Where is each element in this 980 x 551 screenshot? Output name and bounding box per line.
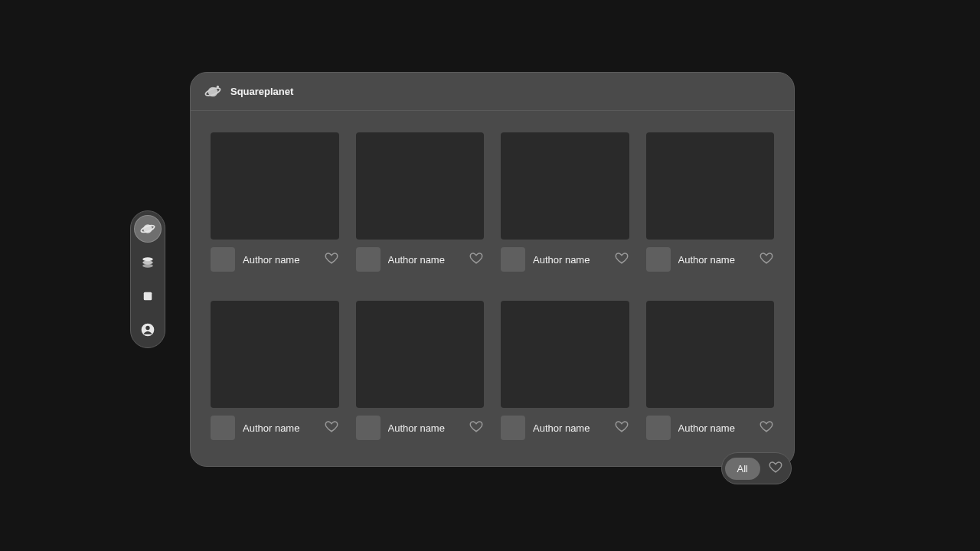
layers-icon bbox=[140, 255, 155, 270]
avatar[interactable] bbox=[211, 247, 235, 272]
avatar[interactable] bbox=[356, 247, 381, 272]
card[interactable]: Author name bbox=[646, 132, 775, 272]
dock-item-apps[interactable] bbox=[135, 283, 161, 309]
favorite-button[interactable] bbox=[614, 420, 629, 435]
favorite-button[interactable] bbox=[759, 252, 774, 267]
card-thumbnail[interactable] bbox=[501, 132, 629, 240]
favorite-button[interactable] bbox=[614, 252, 629, 267]
avatar[interactable] bbox=[646, 247, 671, 272]
filter-pill: All bbox=[721, 452, 792, 484]
favorite-button[interactable] bbox=[759, 420, 774, 435]
dock-item-home[interactable] bbox=[135, 216, 161, 242]
author-label: Author name bbox=[243, 254, 316, 266]
dock-item-layers[interactable] bbox=[135, 249, 161, 276]
favorite-button[interactable] bbox=[469, 420, 484, 435]
avatar[interactable] bbox=[501, 247, 525, 272]
card-thumbnail[interactable] bbox=[646, 301, 775, 408]
heart-icon bbox=[325, 251, 338, 268]
main-panel: Squareplanet Author name bbox=[190, 72, 795, 467]
card-grid: Author name Author name bbox=[211, 132, 774, 440]
card-meta: Author name bbox=[356, 416, 485, 440]
square-icon bbox=[141, 289, 155, 303]
heart-icon bbox=[615, 251, 629, 268]
author-label: Author name bbox=[533, 422, 606, 434]
avatar[interactable] bbox=[211, 416, 235, 440]
svg-point-10 bbox=[217, 86, 219, 87]
author-label: Author name bbox=[678, 254, 752, 266]
heart-icon bbox=[615, 419, 629, 436]
card-thumbnail[interactable] bbox=[356, 132, 485, 240]
card-thumbnail[interactable] bbox=[501, 301, 629, 408]
heart-icon bbox=[469, 251, 483, 268]
card-thumbnail[interactable] bbox=[211, 301, 339, 408]
card-meta: Author name bbox=[501, 247, 629, 272]
card[interactable]: Author name bbox=[501, 301, 629, 440]
avatar[interactable] bbox=[501, 416, 525, 440]
card-meta: Author name bbox=[211, 416, 339, 440]
card-meta: Author name bbox=[646, 247, 775, 272]
panel-title: Squareplanet bbox=[230, 86, 293, 97]
heart-icon bbox=[760, 419, 773, 436]
favorite-button[interactable] bbox=[469, 252, 484, 267]
card-meta: Author name bbox=[356, 247, 485, 272]
favorite-button[interactable] bbox=[324, 420, 339, 435]
avatar[interactable] bbox=[646, 416, 671, 440]
card-thumbnail[interactable] bbox=[356, 301, 485, 408]
planet-icon bbox=[204, 83, 221, 100]
author-label: Author name bbox=[533, 254, 606, 266]
svg-point-7 bbox=[145, 326, 149, 330]
card[interactable]: Author name bbox=[211, 132, 339, 272]
panel-header: Squareplanet bbox=[191, 73, 794, 111]
heart-icon bbox=[325, 419, 338, 436]
svg-rect-5 bbox=[144, 292, 152, 301]
panel-body: Author name Author name bbox=[191, 111, 794, 466]
svg-point-4 bbox=[142, 264, 152, 268]
card-meta: Author name bbox=[501, 416, 629, 440]
planet-icon bbox=[140, 221, 155, 236]
card[interactable]: Author name bbox=[356, 132, 485, 272]
dock-item-profile[interactable] bbox=[135, 317, 161, 343]
card-meta: Author name bbox=[211, 247, 339, 272]
heart-icon bbox=[760, 251, 773, 268]
card[interactable]: Author name bbox=[501, 132, 629, 272]
author-label: Author name bbox=[678, 422, 752, 434]
heart-icon bbox=[469, 419, 483, 436]
heart-icon bbox=[769, 460, 782, 477]
sidebar-dock bbox=[130, 210, 165, 348]
avatar[interactable] bbox=[356, 416, 381, 440]
card[interactable]: Author name bbox=[356, 301, 485, 440]
favorite-button[interactable] bbox=[324, 252, 339, 267]
user-icon bbox=[140, 322, 155, 337]
card[interactable]: Author name bbox=[646, 301, 775, 440]
filter-favorites-button[interactable] bbox=[768, 461, 783, 476]
card-thumbnail[interactable] bbox=[646, 132, 775, 240]
author-label: Author name bbox=[243, 422, 316, 434]
card[interactable]: Author name bbox=[211, 301, 339, 440]
author-label: Author name bbox=[388, 422, 462, 434]
filter-all-button[interactable]: All bbox=[725, 458, 760, 480]
card-meta: Author name bbox=[646, 416, 775, 440]
author-label: Author name bbox=[388, 254, 462, 266]
card-thumbnail[interactable] bbox=[211, 132, 339, 240]
